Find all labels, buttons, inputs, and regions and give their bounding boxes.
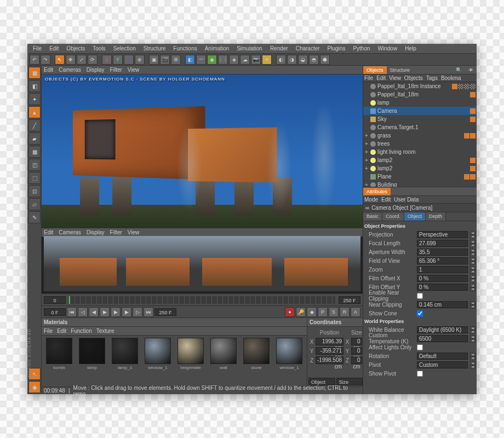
menu-animation[interactable]: Animation	[202, 44, 232, 53]
tag-icon[interactable]	[464, 84, 469, 89]
play-button[interactable]: ▶	[111, 307, 121, 317]
current-frame[interactable]: 0 F	[44, 308, 66, 316]
spinner-icon[interactable]: ▴▾	[470, 301, 476, 308]
tree-row[interactable]: lamp	[363, 99, 477, 107]
spinner-icon[interactable]: ▴▾	[470, 335, 476, 342]
vp2menu-cameras[interactable]: Cameras	[59, 229, 81, 235]
timeline-ruler[interactable]: 0 250 F	[42, 293, 363, 306]
matmenu-file[interactable]: File	[44, 328, 53, 334]
spline-tool[interactable]: 〰	[196, 55, 206, 65]
timeline-end[interactable]: 250 F	[339, 296, 360, 304]
attr-checkbox[interactable]	[417, 293, 423, 299]
attr-checkbox[interactable]	[417, 371, 423, 377]
attrmenu-mode[interactable]: Mode	[364, 197, 378, 203]
tree-row[interactable]: +trees	[363, 140, 477, 148]
tag-icon[interactable]	[470, 174, 476, 180]
attr-value[interactable]: 6500	[417, 335, 468, 342]
objmenu-objects[interactable]: Objects	[404, 75, 423, 81]
attr-tab-depth[interactable]: Depth	[426, 212, 446, 221]
objmenu-file[interactable]: File	[364, 75, 373, 81]
axis-mode[interactable]: ✦	[28, 93, 41, 105]
scale-tool[interactable]: ⤢	[77, 55, 87, 65]
spinner-icon[interactable]: ▴▾	[470, 249, 476, 256]
material-item[interactable]: komin	[44, 338, 75, 384]
material-item[interactable]: beigemate	[175, 338, 206, 384]
light-tool[interactable]: ☀	[262, 55, 272, 65]
spinner-icon[interactable]: ▴▾	[470, 326, 476, 333]
next-key-button[interactable]: ▷	[133, 307, 142, 317]
material-item[interactable]: window_1	[142, 338, 173, 384]
attr-value[interactable]: 0 %	[417, 284, 468, 291]
attr-value[interactable]: Default	[417, 353, 468, 360]
object-tree[interactable]: Pappel_Ital_18m InstancePappel_Ital_18ml…	[363, 82, 477, 187]
render-view-button[interactable]: ▣	[149, 55, 159, 65]
tool-8[interactable]: ◑	[287, 55, 297, 65]
array-tool[interactable]: ⋮⋮	[218, 55, 228, 65]
attr-value[interactable]: 27.699	[417, 240, 468, 247]
tree-row[interactable]: Camera	[363, 107, 477, 115]
material-item[interactable]: lamp	[77, 338, 107, 384]
tag-icon[interactable]	[464, 133, 469, 139]
objmenu-bookma[interactable]: Bookma	[441, 75, 461, 81]
menu-plugins[interactable]: Plugins	[324, 44, 349, 53]
edge-mode[interactable]: ╱	[28, 119, 41, 131]
tree-row[interactable]: +Building	[363, 181, 477, 187]
coord-x-size[interactable]: 0 cm	[351, 338, 362, 345]
perspective-viewport[interactable]: OBJECTS (C) BY EVERMOTION S.C · SCENE BY…	[42, 74, 363, 228]
objects-tab[interactable]: Objects	[363, 66, 387, 74]
expand-icon[interactable]: +	[364, 149, 369, 155]
menu-selection[interactable]: Selection	[110, 44, 139, 53]
spinner-icon[interactable]: ▴▾	[470, 266, 476, 273]
menu-objects[interactable]: Objects	[63, 44, 88, 53]
spinner-icon[interactable]: ▴▾	[470, 353, 476, 360]
attr-value[interactable]: Daylight (6500 K)	[417, 326, 468, 333]
goto-end-button[interactable]: ⏭	[144, 307, 153, 317]
objmenu-view[interactable]: View	[389, 75, 401, 81]
vpmenu-cameras[interactable]: Cameras	[59, 67, 81, 73]
spinner-icon[interactable]: ▴▾	[470, 361, 476, 368]
menu-tools[interactable]: Tools	[89, 44, 108, 53]
attrmenu-user data[interactable]: User Data	[394, 197, 419, 203]
matmenu-texture[interactable]: Texture	[96, 328, 114, 334]
tool-10[interactable]: ◓	[309, 55, 319, 65]
end-frame[interactable]: 250 F	[154, 308, 176, 316]
menu-functions[interactable]: Functions	[170, 44, 200, 53]
vpmenu-display[interactable]: Display	[87, 67, 105, 73]
menu-python[interactable]: Python	[350, 44, 373, 53]
point-mode[interactable]: ▲	[28, 106, 41, 118]
rot-key-button[interactable]: R	[340, 307, 350, 317]
record-button[interactable]: ●	[285, 307, 295, 317]
environment-tool[interactable]: ☁	[240, 55, 250, 65]
model-mode[interactable]: ▦	[28, 67, 41, 79]
goto-start-button[interactable]: ⏮	[67, 307, 77, 317]
attr-value[interactable]: Perspective	[417, 231, 468, 238]
render-picture-button[interactable]: 🎬	[160, 55, 170, 65]
coord-y-size[interactable]: 0 cm	[351, 347, 362, 355]
tag-icon[interactable]	[470, 166, 476, 171]
material-item[interactable]: lamp_1	[110, 338, 140, 384]
texture-mode[interactable]: ▦	[28, 146, 41, 158]
spinner-icon[interactable]: ▴▾	[470, 240, 476, 247]
matmenu-function[interactable]: Function	[71, 328, 91, 334]
attr-value[interactable]: 35.5	[417, 249, 468, 256]
spinner-icon[interactable]: ▴▾	[470, 231, 476, 238]
world-axis-toggle[interactable]: ⊕	[135, 55, 145, 65]
next-frame-button[interactable]: ▶	[122, 307, 131, 317]
deformer-tool[interactable]: ◈	[229, 55, 239, 65]
keyframe-sel-button[interactable]: ◆	[307, 307, 317, 317]
attr-value[interactable]: 65.306 °	[417, 257, 468, 264]
menu-character[interactable]: Character	[293, 44, 323, 53]
vp2menu-display[interactable]: Display	[87, 229, 105, 235]
right-viewport[interactable]: EditCamerasDisplayFilterView Right	[42, 228, 363, 293]
tag-icon[interactable]	[452, 84, 457, 89]
tag-icon[interactable]	[470, 133, 476, 139]
attr-tab-coord.[interactable]: Coord.	[382, 212, 404, 221]
menu-file[interactable]: File	[30, 44, 45, 53]
vp2menu-edit[interactable]: Edit	[44, 229, 53, 235]
attr-value[interactable]: 0.145 cm	[417, 301, 468, 308]
active-tool-icon-2[interactable]: ◉	[28, 381, 41, 393]
tag-icon[interactable]	[458, 84, 463, 89]
material-item[interactable]: stone	[241, 338, 272, 384]
attr-checkbox[interactable]	[417, 344, 423, 350]
tag-icon[interactable]	[470, 108, 476, 114]
